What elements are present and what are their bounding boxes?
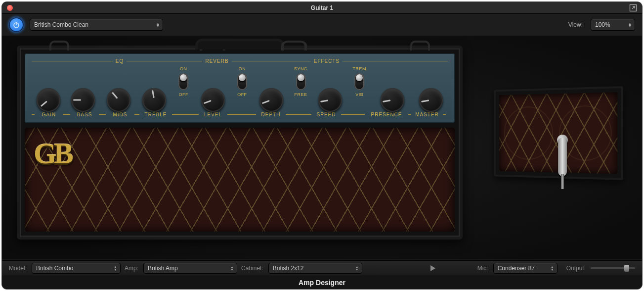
bass-label: BASS (70, 112, 99, 117)
amp-unit: EQ REVERB EFFECTS (17, 46, 463, 240)
chevron-updown-icon: ▲▼ (114, 266, 117, 271)
master-label: MASTER (411, 112, 443, 117)
depth-label: DEPTH (256, 112, 286, 117)
view-zoom-select[interactable]: 100% ▲▼ (591, 19, 635, 31)
chevron-updown-icon: ▲▼ (156, 22, 160, 27)
microphone[interactable] (556, 135, 569, 189)
play-button[interactable] (430, 265, 435, 271)
section-reverb-label: REVERB (205, 58, 228, 64)
amp-strap (281, 41, 307, 50)
chevron-updown-icon: ▲▼ (551, 266, 554, 271)
plugin-toolbar: British Combo Clean ▲▼ View: 100% ▲▼ (2, 14, 642, 36)
amp-value: British Amp (148, 265, 178, 272)
chevron-updown-icon: ▲▼ (628, 22, 632, 27)
amp-label: Amp: (125, 265, 138, 272)
effects-switch-on-label: ON (239, 66, 246, 71)
treble-knob[interactable] (142, 88, 166, 112)
expand-icon[interactable] (629, 4, 637, 12)
trem-vib-switch[interactable] (354, 73, 364, 90)
gain-knob[interactable] (37, 88, 60, 112)
amp-logo: GB (34, 137, 71, 171)
plugin-name-footer: Amp Designer (2, 276, 642, 289)
section-eq-label: EQ (116, 58, 124, 64)
view-zoom-value: 100% (595, 21, 610, 28)
cabinet-value: British 2x12 (273, 265, 304, 272)
master-knob[interactable] (419, 88, 443, 112)
window-title: Guitar 1 (2, 4, 642, 11)
mic-label: Mic: (477, 265, 488, 272)
amp-stage: EQ REVERB EFFECTS (2, 36, 642, 259)
reverb-switch-on-label: ON (180, 66, 187, 71)
trem-switch-vib-label: VIB (355, 92, 363, 97)
sync-switch-sync-label: SYNC (294, 66, 307, 71)
reverb-switch[interactable] (178, 73, 188, 90)
gain-label: GAIN (35, 112, 63, 117)
cabinet-label: Cabinet: (241, 265, 263, 272)
output-label: Output: (566, 265, 586, 272)
model-select[interactable]: British Combo ▲▼ (32, 263, 121, 274)
model-label: Model: (9, 265, 27, 272)
sync-switch[interactable] (296, 73, 306, 90)
amp-select[interactable]: British Amp ▲▼ (143, 263, 237, 274)
parameter-bar: Model: British Combo ▲▼ Amp: British Amp… (2, 260, 642, 276)
trem-switch-trem-label: TREM (352, 66, 366, 71)
speed-label: SPEED (311, 112, 341, 117)
treble-label: TREBLE (139, 112, 172, 117)
sync-switch-free-label: FREE (295, 92, 307, 97)
amp-strap (49, 41, 69, 50)
view-label: View: (568, 21, 583, 28)
chevron-updown-icon: ▲▼ (355, 266, 359, 271)
effects-switch[interactable] (237, 73, 247, 90)
section-effects-label: EFFECTS (314, 58, 340, 64)
bass-knob[interactable] (71, 88, 95, 112)
mic-body-icon (558, 138, 567, 176)
model-value: British Combo (36, 265, 73, 272)
reverb-switch-off-label: OFF (179, 92, 189, 97)
amp-speaker-grill: GB (25, 128, 455, 232)
presence-label: PRESENCE (365, 112, 408, 117)
cabinet-select[interactable]: British 2x12 ▲▼ (268, 263, 362, 274)
preset-select[interactable]: British Combo Clean ▲▼ (30, 19, 163, 31)
mic-select[interactable]: Condenser 87 ▲▼ (493, 263, 558, 274)
chevron-updown-icon: ▲▼ (230, 266, 234, 271)
preset-value: British Combo Clean (34, 21, 88, 28)
mic-stand-icon (561, 174, 564, 189)
power-button[interactable] (9, 17, 24, 32)
presence-knob[interactable] (381, 88, 404, 112)
effects-switch-off-label: OFF (237, 92, 247, 97)
mids-label: MIDS (106, 112, 134, 117)
level-knob[interactable] (201, 88, 225, 112)
amp-strap (410, 41, 430, 50)
titlebar: Guitar 1 (2, 2, 642, 14)
output-slider[interactable] (591, 267, 635, 269)
amp-handle (195, 39, 284, 49)
depth-knob[interactable] (259, 88, 283, 112)
mic-value: Condenser 87 (498, 265, 535, 272)
speed-knob[interactable] (318, 88, 342, 112)
mids-knob[interactable] (107, 88, 130, 112)
level-label: LEVEL (199, 112, 227, 117)
amp-control-panel: EQ REVERB EFFECTS (25, 53, 455, 123)
